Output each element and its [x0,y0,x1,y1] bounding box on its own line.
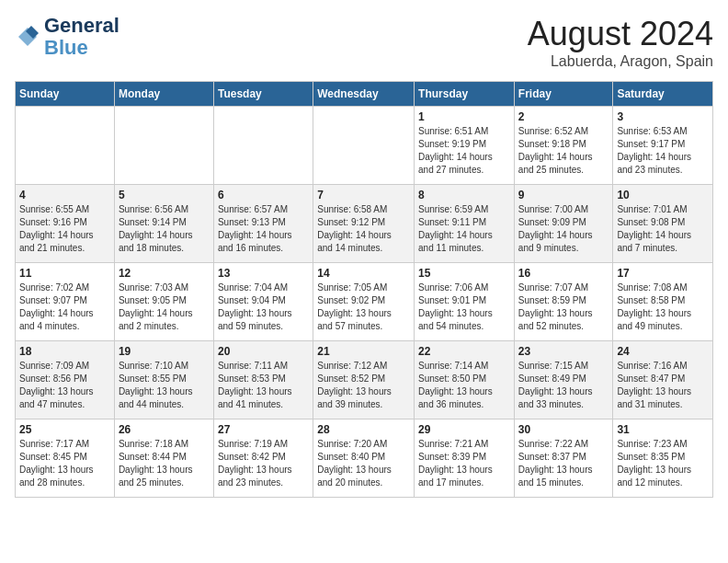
weekday-header-cell: Thursday [415,82,515,107]
day-number: 8 [418,189,510,201]
logo: General Blue [15,15,119,59]
calendar-cell: 6Sunrise: 6:57 AM Sunset: 9:13 PM Daylig… [213,185,313,263]
day-number: 17 [617,267,709,280]
weekday-header-cell: Saturday [613,82,713,107]
day-number: 18 [19,345,110,358]
day-info: Sunrise: 6:51 AM Sunset: 9:19 PM Dayligh… [418,125,510,177]
day-number: 15 [418,267,510,280]
calendar-cell: 8Sunrise: 6:59 AM Sunset: 9:11 PM Daylig… [415,185,515,263]
day-number: 26 [119,423,210,436]
location-title: Labuerda, Aragon, Spain [528,53,713,70]
day-info: Sunrise: 6:59 AM Sunset: 9:11 PM Dayligh… [418,203,510,255]
day-number: 24 [617,345,709,358]
day-number: 1 [418,110,510,123]
calendar-week-row: 4Sunrise: 6:55 AM Sunset: 9:16 PM Daylig… [16,185,713,263]
day-number: 3 [617,110,709,123]
calendar-body: 1Sunrise: 6:51 AM Sunset: 9:19 PM Daylig… [16,107,713,498]
day-number: 6 [218,189,309,201]
day-info: Sunrise: 7:09 AM Sunset: 8:56 PM Dayligh… [19,360,110,411]
calendar-cell [16,107,115,185]
day-number: 12 [119,267,210,280]
day-info: Sunrise: 7:17 AM Sunset: 8:45 PM Dayligh… [19,438,110,489]
calendar-cell: 14Sunrise: 7:05 AM Sunset: 9:02 PM Dayli… [313,263,415,341]
day-number: 9 [518,189,609,201]
day-info: Sunrise: 7:23 AM Sunset: 8:35 PM Dayligh… [617,438,709,489]
logo-icon [15,24,40,50]
day-number: 22 [418,345,510,358]
weekday-header-cell: Monday [114,82,213,107]
day-info: Sunrise: 7:03 AM Sunset: 9:05 PM Dayligh… [119,282,210,333]
day-info: Sunrise: 7:20 AM Sunset: 8:40 PM Dayligh… [317,438,410,489]
day-info: Sunrise: 7:19 AM Sunset: 8:42 PM Dayligh… [218,438,309,489]
calendar-week-row: 25Sunrise: 7:17 AM Sunset: 8:45 PM Dayli… [16,419,713,498]
calendar-cell: 19Sunrise: 7:10 AM Sunset: 8:55 PM Dayli… [114,341,213,419]
day-info: Sunrise: 7:11 AM Sunset: 8:53 PM Dayligh… [218,360,309,411]
day-info: Sunrise: 6:53 AM Sunset: 9:17 PM Dayligh… [617,125,709,177]
calendar-cell: 3Sunrise: 6:53 AM Sunset: 9:17 PM Daylig… [613,107,713,185]
day-info: Sunrise: 7:00 AM Sunset: 9:09 PM Dayligh… [518,203,609,255]
day-info: Sunrise: 6:56 AM Sunset: 9:14 PM Dayligh… [119,203,210,255]
page-header: General Blue August 2024 Labuerda, Arago… [15,15,713,70]
calendar-cell: 20Sunrise: 7:11 AM Sunset: 8:53 PM Dayli… [213,341,313,419]
day-number: 16 [518,267,609,280]
day-info: Sunrise: 6:52 AM Sunset: 9:18 PM Dayligh… [518,125,609,177]
calendar-cell: 5Sunrise: 6:56 AM Sunset: 9:14 PM Daylig… [114,185,213,263]
calendar-cell: 28Sunrise: 7:20 AM Sunset: 8:40 PM Dayli… [313,419,415,498]
day-info: Sunrise: 7:16 AM Sunset: 8:47 PM Dayligh… [617,360,709,411]
day-number: 31 [617,423,709,436]
weekday-header-cell: Friday [514,82,613,107]
calendar-cell: 21Sunrise: 7:12 AM Sunset: 8:52 PM Dayli… [313,341,415,419]
day-info: Sunrise: 7:22 AM Sunset: 8:37 PM Dayligh… [518,438,609,489]
calendar-cell: 31Sunrise: 7:23 AM Sunset: 8:35 PM Dayli… [613,419,713,498]
day-number: 7 [317,189,410,201]
weekday-header-cell: Tuesday [213,82,313,107]
calendar-cell: 30Sunrise: 7:22 AM Sunset: 8:37 PM Dayli… [514,419,613,498]
day-number: 21 [317,345,410,358]
calendar-cell: 13Sunrise: 7:04 AM Sunset: 9:04 PM Dayli… [213,263,313,341]
weekday-header: SundayMondayTuesdayWednesdayThursdayFrid… [16,82,713,107]
calendar-week-row: 1Sunrise: 6:51 AM Sunset: 9:19 PM Daylig… [16,107,713,185]
day-info: Sunrise: 7:21 AM Sunset: 8:39 PM Dayligh… [418,438,510,489]
calendar-cell: 29Sunrise: 7:21 AM Sunset: 8:39 PM Dayli… [415,419,515,498]
day-number: 2 [518,110,609,123]
calendar-cell: 22Sunrise: 7:14 AM Sunset: 8:50 PM Dayli… [415,341,515,419]
day-info: Sunrise: 7:10 AM Sunset: 8:55 PM Dayligh… [119,360,210,411]
day-info: Sunrise: 6:57 AM Sunset: 9:13 PM Dayligh… [218,203,309,255]
calendar-cell: 2Sunrise: 6:52 AM Sunset: 9:18 PM Daylig… [514,107,613,185]
day-info: Sunrise: 7:02 AM Sunset: 9:07 PM Dayligh… [19,282,110,333]
calendar-cell: 16Sunrise: 7:07 AM Sunset: 8:59 PM Dayli… [514,263,613,341]
day-number: 20 [218,345,309,358]
title-area: August 2024 Labuerda, Aragon, Spain [528,15,713,70]
calendar-cell [114,107,213,185]
calendar-cell: 17Sunrise: 7:08 AM Sunset: 8:58 PM Dayli… [613,263,713,341]
day-info: Sunrise: 6:55 AM Sunset: 9:16 PM Dayligh… [19,203,110,255]
calendar-cell [213,107,313,185]
day-info: Sunrise: 6:58 AM Sunset: 9:12 PM Dayligh… [317,203,410,255]
day-info: Sunrise: 7:08 AM Sunset: 8:58 PM Dayligh… [617,282,709,333]
logo-line1: General [44,15,119,37]
month-title: August 2024 [528,15,713,53]
calendar-cell: 9Sunrise: 7:00 AM Sunset: 9:09 PM Daylig… [514,185,613,263]
calendar-cell: 12Sunrise: 7:03 AM Sunset: 9:05 PM Dayli… [114,263,213,341]
day-info: Sunrise: 7:14 AM Sunset: 8:50 PM Dayligh… [418,360,510,411]
calendar-week-row: 11Sunrise: 7:02 AM Sunset: 9:07 PM Dayli… [16,263,713,341]
weekday-header-cell: Wednesday [313,82,415,107]
day-info: Sunrise: 7:04 AM Sunset: 9:04 PM Dayligh… [218,282,309,333]
day-number: 14 [317,267,410,280]
day-number: 23 [518,345,609,358]
calendar-cell: 27Sunrise: 7:19 AM Sunset: 8:42 PM Dayli… [213,419,313,498]
day-number: 27 [218,423,309,436]
calendar-cell: 7Sunrise: 6:58 AM Sunset: 9:12 PM Daylig… [313,185,415,263]
day-number: 13 [218,267,309,280]
calendar-cell [313,107,415,185]
day-info: Sunrise: 7:15 AM Sunset: 8:49 PM Dayligh… [518,360,609,411]
calendar-cell: 11Sunrise: 7:02 AM Sunset: 9:07 PM Dayli… [16,263,115,341]
day-number: 30 [518,423,609,436]
day-info: Sunrise: 7:05 AM Sunset: 9:02 PM Dayligh… [317,282,410,333]
day-info: Sunrise: 7:01 AM Sunset: 9:08 PM Dayligh… [617,203,709,255]
day-info: Sunrise: 7:12 AM Sunset: 8:52 PM Dayligh… [317,360,410,411]
day-number: 4 [19,189,110,201]
day-number: 10 [617,189,709,201]
calendar-cell: 23Sunrise: 7:15 AM Sunset: 8:49 PM Dayli… [514,341,613,419]
day-info: Sunrise: 7:07 AM Sunset: 8:59 PM Dayligh… [518,282,609,333]
